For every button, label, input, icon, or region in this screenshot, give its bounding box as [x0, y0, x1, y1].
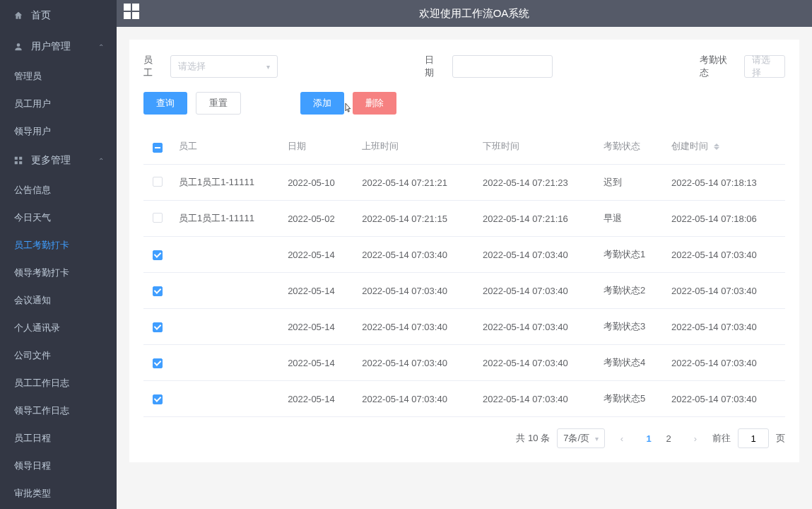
page-number-button[interactable]: 1: [639, 428, 659, 448]
pagination-total: 共 10 条: [516, 432, 550, 445]
sidebar: 首页 用户管理 ⌃ 管理员员工用户领导用户 更多管理 ⌃ 公告信息今日天气员工考…: [0, 0, 117, 509]
sidebar-item-label: 公告信息: [14, 184, 104, 197]
cell-date: 2022-05-14: [281, 381, 355, 417]
table-row: 2022-05-142022-05-14 07:03:402022-05-14 …: [143, 345, 785, 381]
sidebar-item-label: 员工考勤打卡: [14, 239, 104, 252]
svg-rect-2: [19, 157, 22, 160]
sidebar-item[interactable]: 今日天气: [0, 204, 117, 231]
sidebar-item[interactable]: 领导考勤打卡: [0, 259, 117, 286]
add-button[interactable]: 添加: [300, 92, 344, 115]
row-checkbox[interactable]: [153, 322, 163, 332]
sidebar-item-label: 更多管理: [31, 154, 98, 167]
row-checkbox[interactable]: [153, 358, 163, 368]
cell-off-time: 2022-05-14 07:03:40: [476, 381, 596, 417]
sidebar-item[interactable]: 个人通讯录: [0, 314, 117, 341]
cell-employee: [172, 309, 281, 345]
cell-date: 2022-05-14: [281, 237, 355, 273]
sidebar-item[interactable]: 员工工作日志: [0, 369, 117, 397]
svg-rect-3: [15, 161, 18, 164]
sidebar-item-label: 今日天气: [14, 211, 104, 224]
sidebar-item-more-mgmt[interactable]: 更多管理 ⌃: [0, 145, 117, 176]
chevron-up-icon: ⌃: [98, 43, 104, 51]
cell-employee: [172, 345, 281, 381]
row-checkbox[interactable]: [153, 213, 163, 223]
row-checkbox[interactable]: [153, 177, 163, 187]
cell-on-time: 2022-05-14 07:03:40: [355, 237, 476, 273]
th-off-time[interactable]: 下班时间: [476, 129, 596, 165]
cell-off-time: 2022-05-14 07:03:40: [476, 309, 596, 345]
status-select[interactable]: 请选择: [744, 55, 785, 78]
delete-button[interactable]: 删除: [353, 92, 396, 115]
table-row: 2022-05-142022-05-14 07:03:402022-05-14 …: [143, 237, 785, 273]
sidebar-item[interactable]: 会议通知: [0, 286, 117, 314]
table-row: 2022-05-142022-05-14 07:03:402022-05-14 …: [143, 309, 785, 345]
th-created-label: 创建时间: [671, 141, 708, 151]
employee-select[interactable]: 请选择 ▾: [170, 55, 278, 78]
cell-created: 2022-05-14 07:03:40: [664, 345, 785, 381]
sidebar-item[interactable]: 审批类型: [0, 479, 117, 507]
sidebar-item[interactable]: 员工用户: [0, 90, 117, 117]
cell-status: 考勤状态5: [596, 381, 664, 417]
reset-button[interactable]: 重置: [196, 92, 241, 115]
chevron-down-icon: ▾: [595, 435, 599, 443]
cell-on-time: 2022-05-14 07:03:40: [355, 345, 476, 381]
goto-page-input[interactable]: [738, 428, 769, 448]
sidebar-item-home[interactable]: 首页: [0, 0, 117, 31]
prev-page-button[interactable]: ‹: [612, 428, 632, 448]
th-status[interactable]: 考勤状态: [596, 129, 664, 165]
menu-toggle-icon[interactable]: [124, 4, 143, 23]
cell-status: 早退: [596, 201, 664, 237]
table-row: 员工1员工1-111112022-05-102022-05-14 07:21:2…: [143, 165, 785, 201]
user-icon: [13, 41, 24, 52]
cell-created: 2022-05-14 07:18:06: [664, 201, 785, 237]
sidebar-item[interactable]: 领导工作日志: [0, 397, 117, 424]
cell-on-time: 2022-05-14 07:21:15: [355, 201, 476, 237]
filter-employee-label: 员工: [143, 54, 160, 79]
goto-prefix: 前往: [712, 432, 731, 445]
cell-on-time: 2022-05-14 07:21:21: [355, 165, 476, 201]
sidebar-item[interactable]: 员工考勤打卡: [0, 231, 117, 259]
page-number-button[interactable]: 2: [659, 428, 678, 448]
table-row: 2022-05-142022-05-14 07:03:402022-05-14 …: [143, 273, 785, 309]
cell-employee: 员工1员工1-11111: [172, 165, 281, 201]
svg-rect-1: [15, 157, 18, 160]
sidebar-item[interactable]: 领导日程: [0, 452, 117, 479]
sidebar-item-label: 会议通知: [14, 294, 104, 307]
date-input[interactable]: [452, 55, 553, 78]
th-created[interactable]: 创建时间: [664, 129, 785, 165]
sidebar-item[interactable]: 员工日程: [0, 424, 117, 452]
next-page-button[interactable]: ›: [686, 428, 705, 448]
sort-icon: [714, 144, 719, 150]
row-checkbox[interactable]: [153, 394, 163, 404]
row-checkbox[interactable]: [153, 286, 163, 296]
cell-on-time: 2022-05-14 07:03:40: [355, 273, 476, 309]
cell-date: 2022-05-10: [281, 165, 355, 201]
chevron-down-icon: ▾: [266, 63, 270, 71]
goto-suffix: 页: [776, 432, 785, 445]
select-placeholder: 请选择: [178, 60, 206, 73]
sidebar-item-label: 领导考勤打卡: [14, 267, 104, 279]
sidebar-item[interactable]: 管理员: [0, 62, 117, 90]
th-date[interactable]: 日期: [281, 129, 355, 165]
select-all-checkbox[interactable]: [153, 143, 163, 153]
sidebar-item-label: 领导日程: [14, 460, 104, 472]
sidebar-item-label: 员工用户: [14, 98, 104, 110]
cell-status: 考勤状态3: [596, 309, 664, 345]
sidebar-item-label: 用户管理: [31, 40, 98, 53]
page-size-select[interactable]: 7条/页 ▾: [557, 428, 605, 448]
sidebar-item[interactable]: 领导用户: [0, 117, 117, 145]
cell-created: 2022-05-14 07:18:13: [664, 165, 785, 201]
sidebar-item[interactable]: 公司文件: [0, 341, 117, 369]
svg-point-0: [17, 43, 20, 47]
sidebar-item-user-mgmt[interactable]: 用户管理 ⌃: [0, 31, 117, 62]
th-on-time[interactable]: 上班时间: [355, 129, 476, 165]
th-employee[interactable]: 员工: [172, 129, 281, 165]
row-checkbox[interactable]: [153, 250, 163, 260]
sidebar-item-label: 领导工作日志: [14, 404, 104, 417]
cell-date: 2022-05-02: [281, 201, 355, 237]
cell-date: 2022-05-14: [281, 273, 355, 309]
cell-status: 迟到: [596, 165, 664, 201]
sidebar-item[interactable]: 公告信息: [0, 176, 117, 204]
search-button[interactable]: 查询: [143, 92, 187, 115]
cell-created: 2022-05-14 07:03:40: [664, 381, 785, 417]
